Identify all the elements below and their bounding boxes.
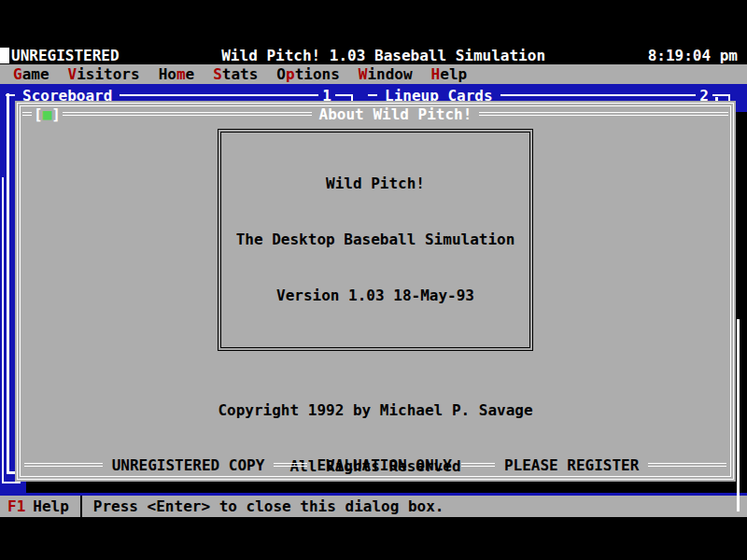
dialog-body-columns: This is an UNREGISTERED, EVALUATION ONLY… [15, 532, 736, 560]
line-decoration [24, 463, 103, 467]
menu-item-help[interactable]: Help [422, 65, 477, 83]
line-decoration [274, 463, 307, 467]
window-border-fragment [7, 93, 9, 474]
program-subtitle: The Desktop Baseball Simulation [236, 231, 515, 249]
line-decoration [120, 94, 318, 96]
about-dialog: [■] About Wild Pitch! Wild Pitch! The De… [15, 101, 736, 482]
line-decoration [368, 94, 377, 96]
line-decoration [63, 112, 312, 116]
dos-screen: UNREGISTERED Wild Pitch! 1.03 Baseball S… [0, 0, 747, 560]
evaluation-text: This is an UNREGISTERED, EVALUATION ONLY… [30, 532, 364, 560]
menu-item-game[interactable]: Game [4, 65, 59, 83]
close-icon: ■ [43, 105, 52, 123]
line-decoration [461, 463, 495, 467]
menu-item-options[interactable]: Options [267, 65, 348, 83]
line-decoration [479, 112, 728, 116]
menu-item-window[interactable]: Window [349, 65, 422, 83]
menu-item-visitors[interactable]: Visitors [59, 65, 149, 83]
registration-info: To Register, send $25 in check or money … [381, 532, 736, 560]
footer-please-register: PLEASE REGISTER [495, 456, 649, 474]
desktop: Scoreboard 1 Lineup Cards 2 [■] [0, 84, 747, 496]
menu-item-home[interactable]: Home [149, 65, 204, 83]
app-title-bar: UNREGISTERED Wild Pitch! 1.03 Baseball S… [0, 47, 747, 64]
dialog-footer: UNREGISTERED COPY EVALUATION ONLY PLEASE… [24, 455, 726, 474]
line-decoration [22, 112, 32, 116]
program-info-box: Wild Pitch! The Desktop Baseball Simulat… [218, 129, 534, 351]
line-decoration [712, 94, 722, 96]
line-decoration [6, 94, 15, 96]
dialog-title: About Wild Pitch! [312, 105, 480, 123]
close-button[interactable]: [■] [32, 105, 63, 123]
footer-unregistered-copy: UNREGISTERED COPY [103, 456, 275, 474]
line-decoration [648, 463, 726, 467]
line-decoration [500, 94, 697, 96]
program-version: Version 1.03 18-May-93 [236, 287, 515, 305]
dialog-title-bar: [■] About Wild Pitch! [22, 105, 728, 123]
menu-item-stats[interactable]: Stats [204, 65, 267, 83]
window-border-fragment [2, 177, 4, 482]
cursor-block [0, 48, 9, 63]
footer-evaluation-only: EVALUATION ONLY [307, 456, 461, 474]
program-name: Wild Pitch! [236, 175, 515, 193]
clock: 8:19:04 pm [648, 47, 738, 64]
menu-bar: Game Visitors Home Stats Options Window … [0, 64, 747, 84]
line-decoration [335, 94, 345, 96]
registration-status-label: UNREGISTERED [11, 47, 120, 64]
copyright-notice: Copyright 1992 by Michael P. Savage All … [15, 364, 736, 513]
app-title: Wild Pitch! 1.03 Baseball Simulation [120, 47, 648, 64]
window-border-fragment [737, 319, 740, 511]
